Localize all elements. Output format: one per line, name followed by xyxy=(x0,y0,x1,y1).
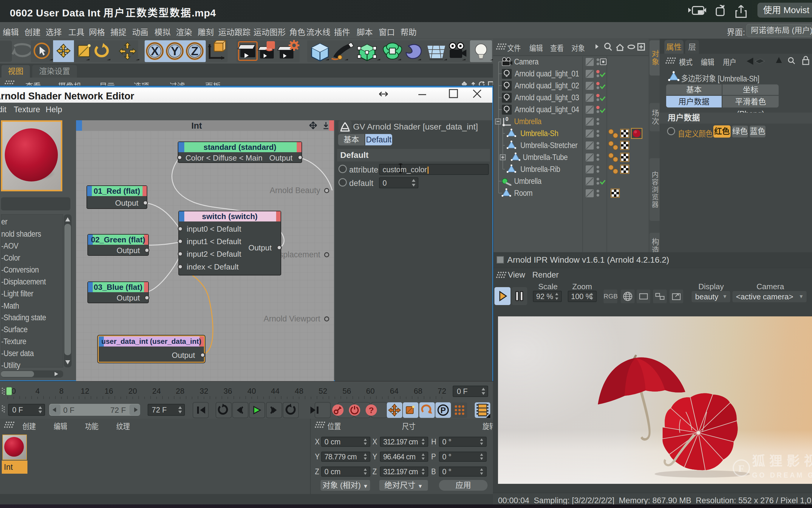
svg-text:32: 32 xyxy=(200,386,208,395)
svg-text:40: 40 xyxy=(247,386,256,395)
svg-text:48: 48 xyxy=(295,386,303,395)
svg-text:Z: Z xyxy=(191,44,198,57)
svg-text:0: 0 xyxy=(506,116,509,122)
svg-text:?: ? xyxy=(369,406,374,415)
svg-text:56: 56 xyxy=(343,386,351,395)
svg-text:Y: Y xyxy=(171,44,179,57)
svg-text:72 F: 72 F xyxy=(110,406,126,415)
svg-text:狐狸影视城: 狐狸影视城 xyxy=(752,454,812,468)
svg-text:24: 24 xyxy=(152,386,161,395)
svg-text:60: 60 xyxy=(366,386,375,395)
svg-text:28: 28 xyxy=(176,386,185,395)
svg-text:0: 0 xyxy=(12,386,16,395)
svg-text:12: 12 xyxy=(81,386,90,395)
svg-text:GO DREAM GO SHARE: GO DREAM GO SHARE xyxy=(752,471,812,479)
svg-text:4: 4 xyxy=(36,386,40,395)
svg-text:72: 72 xyxy=(438,386,446,395)
svg-text:16: 16 xyxy=(105,386,113,395)
svg-text:8: 8 xyxy=(59,386,63,395)
svg-text:20: 20 xyxy=(129,386,137,395)
svg-text:64: 64 xyxy=(390,386,399,395)
svg-text:X: X xyxy=(151,44,159,57)
svg-text:68: 68 xyxy=(414,386,423,395)
svg-text:44: 44 xyxy=(271,386,280,395)
svg-text:52: 52 xyxy=(319,386,327,395)
svg-text:P: P xyxy=(440,406,446,415)
svg-text:0 F: 0 F xyxy=(63,406,75,415)
svg-text:36: 36 xyxy=(224,386,232,395)
svg-text:F: F xyxy=(738,463,745,474)
